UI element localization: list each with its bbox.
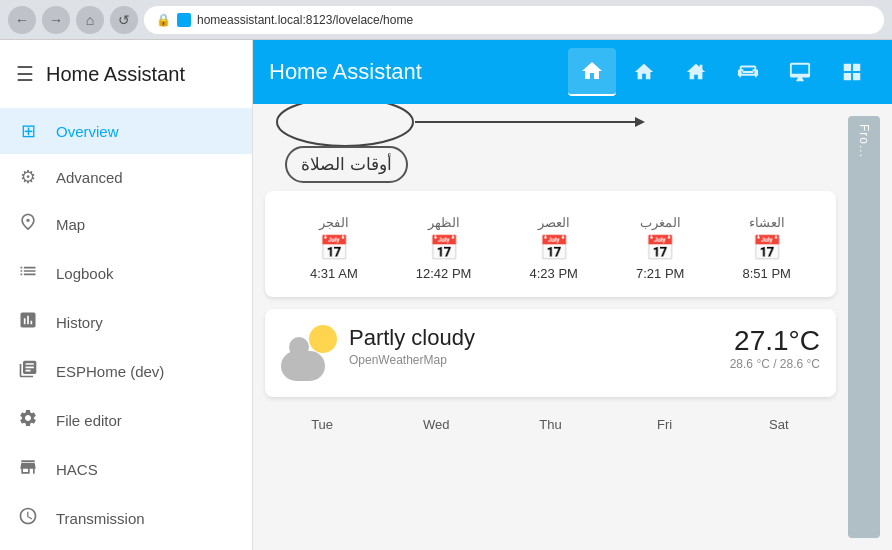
sidebar-item-logbook-label: Logbook <box>56 265 114 282</box>
overview-icon: ⊞ <box>16 120 40 142</box>
app-bar-title: Home Assistant <box>269 59 568 85</box>
prayer-fajr-time: 4:31 AM <box>310 266 358 281</box>
back-button[interactable]: ← <box>8 6 36 34</box>
prayer-maghrib-icon: 📅 <box>645 234 675 262</box>
right-panel-text: Fro... <box>857 124 871 158</box>
address-bar[interactable]: 🔒 homeassistant.local:8123/lovelace/home <box>144 6 884 34</box>
home-button[interactable]: ⌂ <box>76 6 104 34</box>
sidebar-item-transmission[interactable]: Transmission <box>0 494 252 543</box>
sidebar-item-transmission-label: Transmission <box>56 510 145 527</box>
day-sat: Sat <box>754 417 804 432</box>
weather-right: 27.1°C 28.6 °C / 28.6 °C <box>730 325 820 371</box>
prayer-maghrib-time: 7:21 PM <box>636 266 684 281</box>
day-thu: Thu <box>525 417 575 432</box>
browser-chrome: ← → ⌂ ↺ 🔒 homeassistant.local:8123/lovel… <box>0 0 892 40</box>
map-icon <box>16 212 40 237</box>
cards-column: أوقات الصلاة الفجر 📅 4:31 AM <box>265 116 836 538</box>
sidebar-nav: ⊞ Overview ⚙ Advanced Map Logbook <box>0 108 252 550</box>
prayer-annotation-label: أوقات الصلاة <box>285 146 408 183</box>
prayer-isha-icon: 📅 <box>752 234 782 262</box>
advanced-icon: ⚙ <box>16 166 40 188</box>
forward-button[interactable]: → <box>42 6 70 34</box>
refresh-button[interactable]: ↺ <box>110 6 138 34</box>
sidebar-item-advanced-label: Advanced <box>56 169 123 186</box>
sidebar-item-hacs[interactable]: HACS <box>0 445 252 494</box>
menu-icon[interactable]: ☰ <box>16 62 34 86</box>
prayer-card-wrapper: أوقات الصلاة الفجر 📅 4:31 AM <box>265 116 836 297</box>
url-text: homeassistant.local:8123/lovelace/home <box>197 13 413 27</box>
tab-house2[interactable] <box>672 48 720 96</box>
sidebar-item-overview-label: Overview <box>56 123 119 140</box>
weather-icon-container <box>281 325 337 381</box>
prayer-asr-name: العصر <box>538 215 570 230</box>
sidebar-item-overview[interactable]: ⊞ Overview <box>0 108 252 154</box>
sidebar-item-hacs-label: HACS <box>56 461 98 478</box>
hacs-icon <box>16 457 40 482</box>
prayer-isha: العشاء 📅 8:51 PM <box>742 215 790 281</box>
prayer-dhuhr-time: 12:42 PM <box>416 266 472 281</box>
day-fri: Fri <box>640 417 690 432</box>
sidebar-item-map-label: Map <box>56 216 85 233</box>
weather-sun-icon <box>309 325 337 353</box>
tab-grid[interactable] <box>828 48 876 96</box>
page-content: أوقات الصلاة الفجر 📅 4:31 AM <box>253 104 892 550</box>
prayer-asr-icon: 📅 <box>539 234 569 262</box>
file-editor-icon <box>16 408 40 433</box>
day-wed: Wed <box>411 417 461 432</box>
prayer-dhuhr-icon: 📅 <box>429 234 459 262</box>
transmission-icon <box>16 506 40 531</box>
logbook-icon <box>16 261 40 286</box>
sidebar: ☰ Home Assistant ⊞ Overview ⚙ Advanced M… <box>0 40 253 550</box>
weather-temp-main: 27.1°C <box>730 325 820 357</box>
prayer-asr-time: 4:23 PM <box>530 266 578 281</box>
app-layout: ☰ Home Assistant ⊞ Overview ⚙ Advanced M… <box>0 40 892 550</box>
sidebar-item-history-label: History <box>56 314 103 331</box>
weather-temp-range: 28.6 °C / 28.6 °C <box>730 357 820 371</box>
sidebar-item-advanced[interactable]: ⚙ Advanced <box>0 154 252 200</box>
tab-home[interactable] <box>568 48 616 96</box>
weather-info: Partly cloudy OpenWeatherMap <box>349 325 718 367</box>
prayer-dhuhr: الظهر 📅 12:42 PM <box>416 215 472 281</box>
sidebar-item-map[interactable]: Map <box>0 200 252 249</box>
sidebar-item-logbook[interactable]: Logbook <box>0 249 252 298</box>
tab-bar <box>568 48 876 96</box>
sidebar-header: ☰ Home Assistant <box>0 40 252 108</box>
day-labels: Tue Wed Thu Fri Sat <box>265 409 836 436</box>
right-panel: Fro... <box>848 116 880 538</box>
sidebar-item-file-editor-label: File editor <box>56 412 122 429</box>
prayer-card: الفجر 📅 4:31 AM الظهر 📅 12:42 PM <box>265 191 836 297</box>
sidebar-item-history[interactable]: History <box>0 298 252 347</box>
weather-condition: Partly cloudy <box>349 325 718 351</box>
prayer-dhuhr-name: الظهر <box>428 215 460 230</box>
esphome-icon <box>16 359 40 384</box>
tab-monitor[interactable] <box>776 48 824 96</box>
favicon <box>177 13 191 27</box>
prayer-maghrib: المغرب 📅 7:21 PM <box>636 215 684 281</box>
prayer-fajr-icon: 📅 <box>319 234 349 262</box>
weather-cloud-icon <box>281 351 325 381</box>
sidebar-item-file-editor[interactable]: File editor <box>0 396 252 445</box>
lock-icon: 🔒 <box>156 13 171 27</box>
history-icon <box>16 310 40 335</box>
weather-source: OpenWeatherMap <box>349 353 718 367</box>
day-tue: Tue <box>297 417 347 432</box>
prayer-asr: العصر 📅 4:23 PM <box>530 215 578 281</box>
app-bar: Home Assistant <box>253 40 892 104</box>
weather-card: Partly cloudy OpenWeatherMap 27.1°C 28.6… <box>265 309 836 397</box>
prayer-isha-name: العشاء <box>749 215 785 230</box>
prayer-fajr: الفجر 📅 4:31 AM <box>310 215 358 281</box>
sidebar-item-esphome-label: ESPHome (dev) <box>56 363 164 380</box>
sidebar-title: Home Assistant <box>46 63 185 86</box>
tab-sofa[interactable] <box>724 48 772 96</box>
sidebar-item-esphome[interactable]: ESPHome (dev) <box>0 347 252 396</box>
main-content: Home Assistant <box>253 40 892 550</box>
prayer-times-grid: الفجر 📅 4:31 AM الظهر 📅 12:42 PM <box>281 215 820 281</box>
prayer-maghrib-name: المغرب <box>640 215 681 230</box>
prayer-isha-time: 8:51 PM <box>742 266 790 281</box>
prayer-fajr-name: الفجر <box>319 215 349 230</box>
tab-star[interactable] <box>620 48 668 96</box>
